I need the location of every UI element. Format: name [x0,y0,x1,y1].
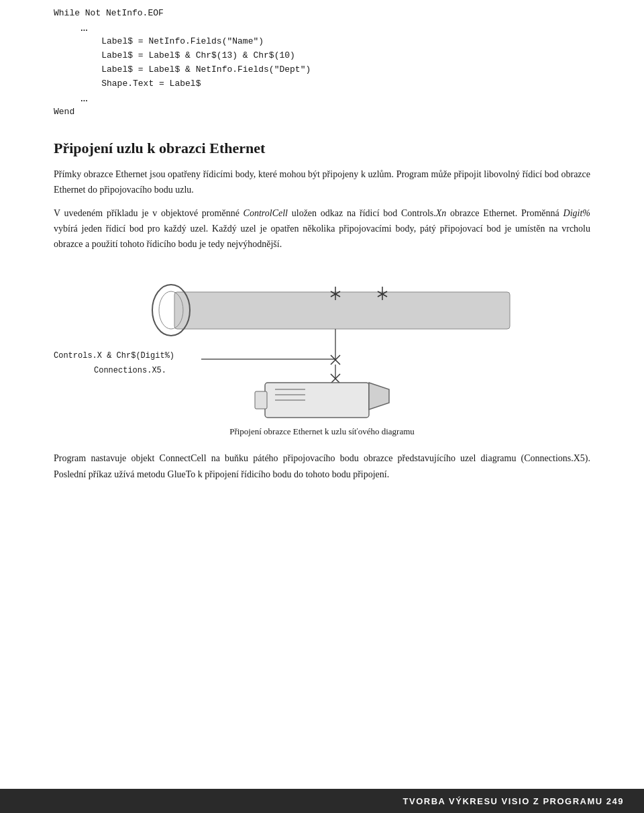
page: While Not NetInfo.EOF … Label$ = NetInfo… [0,0,644,813]
code-block: While Not NetInfo.EOF … Label$ = NetInfo… [54,0,590,119]
paragraph-2: V uvedeném příkladu je v objektové promě… [54,205,590,252]
svg-marker-20 [369,383,389,410]
connections-label: Connections.X5. [94,366,166,375]
paragraph-1: Přímky obrazce Ethernet jsou opatřeny ří… [54,166,590,197]
code-line-4: Label$ = Label$ & NetInfo.Fields("Dept") [54,63,590,77]
para2-text3: obrazce Ethernet. Proměnná [446,208,563,218]
code-ellipsis-1: … [54,21,590,36]
para2-italic1: ControlCell [244,208,288,218]
para2-italic3: Digit% [564,208,590,218]
footer-text: TVORBA VÝKRESU VISIO Z PROGRAMU 249 [403,796,624,806]
paragraph-3: Program nastavuje objekt ConnectCell na … [54,450,590,481]
controls-label: Controls.X & Chr$(Digit%) [54,351,174,361]
code-line-3: Label$ = Label$ & Chr$(13) & Chr$(10) [54,49,590,63]
footer-bar: TVORBA VÝKRESU VISIO Z PROGRAMU 249 [0,789,644,813]
diagram-caption: Připojení obrazce Ethernet k uzlu síťové… [54,426,590,437]
section-heading: Připojení uzlu k obrazci Ethernet [54,140,590,157]
para2-text4: vybírá jeden řídicí bod pro každý uzel. … [54,224,590,249]
diagram-area: Controls.X & Chr$(Digit%) Connections.X5… [54,272,590,420]
code-line-2: Label$ = NetInfo.Fields("Name") [54,35,590,49]
svg-rect-21 [255,391,267,409]
para2-italic2: Xn [436,208,447,218]
code-ellipsis-2: … [54,91,590,106]
code-line-6: Wend [54,105,590,119]
para2-text1: V uvedeném příkladu je v objektové promě… [54,208,244,218]
code-line-5: Shape.Text = Label$ [54,77,590,91]
para2-text2: uložen odkaz na řídicí bod Controls. [288,208,436,218]
ethernet-diagram [67,272,577,420]
code-line-1: While Not NetInfo.EOF [54,7,590,21]
svg-rect-0 [174,292,510,329]
